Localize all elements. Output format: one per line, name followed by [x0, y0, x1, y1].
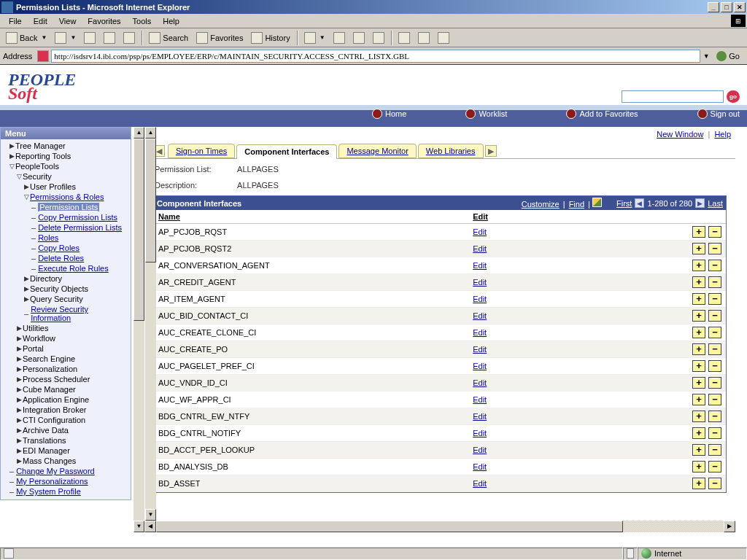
delete-row-button[interactable]: −: [708, 461, 721, 472]
grid-customize-link[interactable]: Customize: [520, 200, 561, 209]
edit-link[interactable]: Edit: [473, 244, 487, 253]
nav-home[interactable]: Home: [372, 109, 406, 119]
tree-arrow-icon[interactable]: ▽: [9, 163, 15, 170]
tree-arrow-icon[interactable]: ▶: [24, 183, 30, 190]
sidebar-item[interactable]: ▶Search Engine: [1, 354, 131, 364]
grid-last-link[interactable]: Last: [708, 199, 723, 208]
col-name[interactable]: Name: [154, 210, 468, 224]
refresh-button[interactable]: [101, 31, 118, 45]
delete-row-button[interactable]: −: [708, 478, 721, 489]
edit-link[interactable]: Edit: [473, 429, 487, 438]
extra1-button[interactable]: [395, 31, 413, 45]
delete-row-button[interactable]: −: [708, 444, 721, 456]
favorites-button[interactable]: Favorites: [193, 31, 246, 45]
tree-arrow-icon[interactable]: –: [31, 213, 38, 222]
tree-arrow-icon[interactable]: –: [31, 264, 38, 273]
tree-arrow-icon[interactable]: ▶: [17, 416, 23, 424]
sidebar-item[interactable]: ▶Directory: [1, 273, 131, 284]
sidebar-item[interactable]: –Change My Password: [1, 466, 131, 476]
tree-arrow-icon[interactable]: ▶: [17, 457, 23, 464]
sidebar-item-label[interactable]: Roles: [38, 233, 58, 242]
tab[interactable]: Component Interfaces: [236, 144, 337, 159]
menu-favorites[interactable]: Favorites: [82, 15, 126, 27]
page-scroll-down-icon[interactable]: ▼: [145, 509, 156, 521]
tabs-next-button[interactable]: ▶: [485, 145, 497, 157]
edit-link[interactable]: Edit: [473, 228, 487, 236]
forward-button[interactable]: ▼: [52, 31, 79, 45]
delete-row-button[interactable]: −: [708, 360, 721, 372]
nav-worklist[interactable]: Worklist: [465, 109, 507, 119]
sidebar-item[interactable]: ▶Process Scheduler: [1, 374, 131, 384]
tree-arrow-icon[interactable]: ▶: [17, 335, 23, 342]
sidebar-item[interactable]: ▶Cube Manager: [1, 384, 131, 394]
tree-arrow-icon[interactable]: –: [9, 487, 16, 496]
edit-link[interactable]: Edit: [473, 446, 487, 454]
download-icon[interactable]: [592, 198, 602, 207]
edit-link[interactable]: Edit: [473, 412, 487, 421]
edit-link[interactable]: Edit: [473, 328, 487, 337]
tree-arrow-icon[interactable]: ▶: [17, 396, 23, 403]
delete-row-button[interactable]: −: [708, 276, 721, 288]
sidebar-item[interactable]: ▶CTI Configuration: [1, 415, 131, 425]
sidebar-item[interactable]: ▶Workflow: [1, 333, 131, 343]
delete-row-button[interactable]: −: [708, 243, 721, 254]
nav-sign-out[interactable]: Sign out: [697, 109, 740, 119]
tree-arrow-icon[interactable]: –: [31, 223, 38, 232]
sidebar-item[interactable]: ▶Mass Changes: [1, 456, 131, 466]
close-button[interactable]: ✕: [734, 2, 746, 12]
sidebar-item[interactable]: ▶Query Security: [1, 294, 131, 304]
tree-arrow-icon[interactable]: ▽: [24, 193, 30, 201]
extra3-button[interactable]: [435, 31, 452, 45]
tree-arrow-icon[interactable]: –: [31, 244, 38, 252]
back-button[interactable]: Back▼: [3, 31, 50, 45]
sidebar-item-label[interactable]: Change My Password: [16, 467, 95, 475]
add-row-button[interactable]: +: [692, 293, 705, 305]
scroll-down-icon[interactable]: ▼: [133, 521, 144, 532]
tree-arrow-icon[interactable]: ▶: [9, 142, 15, 149]
sidebar-item[interactable]: –Delete Permission Lists: [1, 222, 131, 233]
sidebar-item-label[interactable]: Execute Role Rules: [38, 264, 109, 273]
add-row-button[interactable]: +: [692, 360, 705, 372]
grid-next-icon[interactable]: ▶: [695, 198, 705, 208]
stop-button[interactable]: [81, 31, 98, 45]
tree-arrow-icon[interactable]: ▽: [17, 173, 23, 180]
sidebar-scrollbar[interactable]: ▲ ▼: [133, 127, 144, 532]
tree-arrow-icon[interactable]: –: [31, 203, 38, 211]
tree-arrow-icon[interactable]: ▶: [17, 447, 23, 454]
new-window-link[interactable]: New Window: [657, 130, 703, 139]
sidebar-item[interactable]: ▽PeopleTools: [1, 161, 131, 171]
tree-arrow-icon[interactable]: ▶: [17, 406, 23, 413]
tree-arrow-icon[interactable]: –: [9, 467, 16, 475]
edit-link[interactable]: Edit: [473, 345, 487, 354]
add-row-button[interactable]: +: [692, 478, 705, 489]
menu-view[interactable]: View: [53, 15, 82, 27]
tree-arrow-icon[interactable]: ▶: [17, 355, 23, 362]
page-scroll-up-icon[interactable]: ▲: [145, 127, 156, 139]
hscroll-left-icon[interactable]: ◀: [144, 521, 156, 532]
sidebar-item-label[interactable]: Delete Permission Lists: [38, 223, 122, 232]
sidebar-item[interactable]: –Permission Lists: [1, 202, 131, 212]
sidebar-item-label[interactable]: Permission Lists: [39, 203, 98, 211]
delete-row-button[interactable]: −: [708, 411, 721, 422]
tab[interactable]: Sign-on Times: [168, 144, 235, 158]
search-go-button[interactable]: go: [727, 90, 740, 103]
page-scroll-thumb[interactable]: [145, 139, 156, 262]
edit-link[interactable]: Edit: [473, 261, 487, 270]
tree-arrow-icon[interactable]: ▶: [24, 275, 30, 282]
sidebar-item[interactable]: ▶Portal: [1, 343, 131, 354]
edit-link[interactable]: Edit: [473, 479, 487, 488]
add-row-button[interactable]: +: [692, 226, 705, 238]
sidebar-item[interactable]: –My System Profile: [1, 486, 131, 497]
menu-tools[interactable]: Tools: [127, 15, 158, 27]
delete-row-button[interactable]: −: [708, 310, 721, 322]
sidebar-item[interactable]: ▶EDI Manager: [1, 446, 131, 456]
sidebar-item[interactable]: ▶Security Objects: [1, 284, 131, 294]
go-button[interactable]: Go: [712, 51, 744, 61]
add-row-button[interactable]: +: [692, 411, 705, 422]
edit-link[interactable]: Edit: [473, 278, 487, 287]
add-row-button[interactable]: +: [692, 260, 705, 271]
grid-prev-icon[interactable]: ◀: [635, 198, 644, 208]
sidebar-item[interactable]: ▶Application Engine: [1, 394, 131, 405]
tree-arrow-icon[interactable]: ▶: [9, 152, 15, 160]
sidebar-item-label[interactable]: Copy Permission Lists: [38, 213, 117, 222]
